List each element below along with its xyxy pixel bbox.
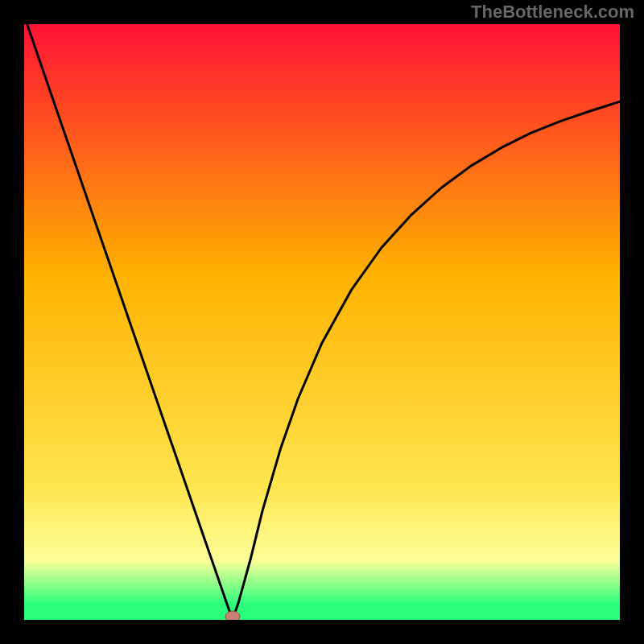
optimum-marker [225, 611, 240, 620]
gradient-background [24, 24, 620, 620]
watermark-text: TheBottleneck.com [471, 2, 634, 23]
bottleneck-chart [24, 24, 620, 620]
chart-frame: TheBottleneck.com [0, 0, 644, 644]
plot-area [24, 24, 620, 620]
